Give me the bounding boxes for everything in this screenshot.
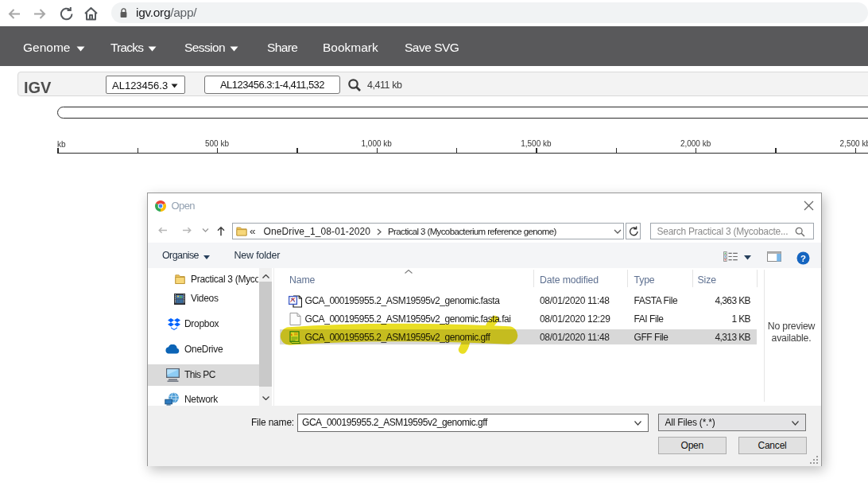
svg-text:?: ? [800, 253, 805, 263]
